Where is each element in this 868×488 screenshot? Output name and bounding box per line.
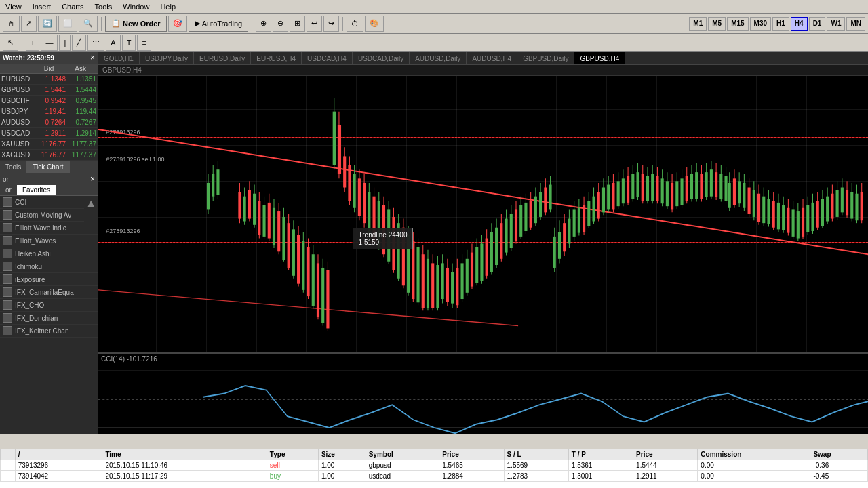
- toolbar-btn-4[interactable]: ⬜: [58, 16, 77, 32]
- watch-row[interactable]: XAGUSD1176.771177.37: [0, 150, 98, 161]
- toolbar-zoom-in[interactable]: ⊕: [256, 16, 271, 32]
- indicator-row[interactable]: CCI: [0, 196, 84, 209]
- draw-fib[interactable]: ≡: [137, 35, 151, 51]
- left-tab-tools[interactable]: Tools: [0, 161, 27, 173]
- watch-row[interactable]: USDJPY119.41119.44: [0, 106, 98, 117]
- watch-bid: 1.5441: [37, 86, 67, 94]
- table-row[interactable]: 739132962015.10.15 11:10:46sell1.00gbpus…: [1, 460, 868, 471]
- menu-window[interactable]: Window: [117, 1, 155, 12]
- tf-h1[interactable]: H1: [772, 17, 789, 30]
- trade-col-header[interactable]: Size: [318, 449, 366, 460]
- indicator-row[interactable]: Heiken Ashi: [0, 247, 98, 260]
- chart-main[interactable]: #273913296 #273913296 sell 1.00 #2739132…: [98, 76, 868, 352]
- toolbar-btn-2[interactable]: ↗: [21, 16, 37, 32]
- tf-d1[interactable]: D1: [809, 17, 826, 30]
- indicator-row[interactable]: Elliott_Waves: [0, 235, 98, 247]
- tf-h4[interactable]: H4: [791, 17, 808, 30]
- chart-tab[interactable]: AUDUSD,H4: [467, 52, 517, 65]
- chart-tab[interactable]: USDJPY,Daily: [140, 52, 194, 65]
- toolbar-btn-1[interactable]: 🖱: [3, 16, 20, 32]
- indicator-row[interactable]: IFX_CamarillaEqua: [0, 286, 98, 299]
- trade-table-body: 739132962015.10.15 11:10:46sell1.00gbpus…: [1, 460, 868, 482]
- chart-area[interactable]: GOLD,H1USDJPY,DailyEURUSD,DailyEURUSD,H4…: [98, 52, 868, 434]
- trade-col-header[interactable]: Commission: [698, 449, 810, 460]
- new-order-button[interactable]: 📋 New Order: [105, 16, 167, 32]
- watch-close-btn[interactable]: ×: [90, 53, 95, 62]
- chart-tab[interactable]: AUDUSD,Daily: [410, 52, 467, 65]
- chart-tab[interactable]: EURUSD,H4: [251, 52, 302, 65]
- trade-col-header[interactable]: Symbol: [366, 449, 439, 460]
- watch-row[interactable]: USDCAD1.29111.2914: [0, 128, 98, 139]
- toolbar-zoom-out[interactable]: ⊖: [273, 16, 288, 32]
- autotrading-button[interactable]: ▶ AutoTrading: [189, 16, 249, 32]
- trade-table-header: /TimeTypeSizeSymbolPriceS / LT / PPriceC…: [1, 449, 868, 460]
- indicator-row[interactable]: IFX_CHO: [0, 299, 98, 312]
- trade-col-header[interactable]: S / L: [504, 449, 568, 460]
- draw-crosshair[interactable]: +: [26, 35, 39, 51]
- indicator-title: or: [3, 176, 9, 183]
- table-cell: sell: [267, 460, 318, 471]
- toolbar-scroll2[interactable]: ↪: [323, 16, 339, 32]
- watch-row[interactable]: AUDUSD0.72640.7267: [0, 117, 98, 128]
- toolbar-grid[interactable]: ⊞: [290, 16, 305, 32]
- trade-col-header[interactable]: T / P: [568, 449, 633, 460]
- draw-label[interactable]: T: [122, 35, 136, 51]
- indicator-row[interactable]: iExposure: [0, 273, 98, 286]
- indicator-tab-or[interactable]: or: [0, 185, 17, 195]
- chart-tab[interactable]: GOLD,H1: [98, 52, 140, 65]
- indicator-name: IFX_CHO: [15, 302, 44, 309]
- menu-view[interactable]: View: [0, 1, 27, 12]
- tf-m5[interactable]: M5: [708, 17, 726, 30]
- chart-tab[interactable]: EURUSD,Daily: [194, 52, 251, 65]
- indicator-close-btn[interactable]: ×: [90, 174, 95, 184]
- toolbar-period[interactable]: ⏱: [347, 16, 363, 32]
- draw-text[interactable]: A: [106, 35, 120, 51]
- watch-row[interactable]: EURUSD1.13481.1351: [0, 74, 98, 85]
- toolbar-btn-5[interactable]: 🔍: [79, 16, 98, 32]
- indicator-row[interactable]: Elliott Wave indic: [0, 222, 98, 235]
- trade-col-header[interactable]: /: [15, 449, 102, 460]
- tf-m1[interactable]: M1: [689, 17, 707, 30]
- trade-col-header[interactable]: Price: [633, 449, 698, 460]
- indicator-icon: [3, 197, 12, 207]
- watch-list: EURUSD1.13481.1351GBPUSD1.54411.5444USDC…: [0, 74, 98, 161]
- watch-row[interactable]: USDCHF0.95420.9545: [0, 96, 98, 106]
- indicator-tab-favorites[interactable]: Favorites: [17, 185, 56, 195]
- indicator-row[interactable]: IFX_Donchian: [0, 312, 98, 325]
- watch-row[interactable]: XAUUSD1176.771177.37: [0, 139, 98, 150]
- indicator-row[interactable]: IFX_Keltner Chan: [0, 325, 98, 338]
- indicator-scroll-up[interactable]: ▲: [84, 196, 98, 211]
- toolbar-btn-6[interactable]: 🎯: [168, 16, 187, 32]
- trade-col-header[interactable]: Swap: [810, 449, 868, 460]
- indicator-row[interactable]: Custom Moving Av: [0, 209, 84, 222]
- menu-help[interactable]: Help: [155, 1, 181, 12]
- table-row[interactable]: 739140422015.10.15 11:17:29buy1.00usdcad…: [1, 471, 868, 482]
- draw-vline[interactable]: |: [59, 35, 71, 51]
- chart-tab[interactable]: GBPUSD,H4: [574, 52, 625, 65]
- draw-more[interactable]: ⋯: [87, 35, 104, 51]
- chart-canvas[interactable]: #273913296 #273913296 sell 1.00 #2739132…: [98, 76, 868, 434]
- draw-hline[interactable]: —: [41, 35, 58, 51]
- chart-tab[interactable]: USDCAD,H4: [302, 52, 353, 65]
- trade-col-header[interactable]: Price: [439, 449, 504, 460]
- left-tab-tick[interactable]: Tick Chart: [27, 161, 69, 173]
- tf-m30[interactable]: M30: [750, 17, 771, 30]
- toolbar-tpl[interactable]: 🎨: [365, 16, 384, 32]
- tf-w1[interactable]: W1: [827, 17, 845, 30]
- tf-mn[interactable]: MN: [846, 17, 865, 30]
- indicator-row[interactable]: Ichimoku: [0, 260, 98, 273]
- menu-insert[interactable]: Insert: [27, 1, 57, 12]
- trade-col-header[interactable]: [1, 449, 16, 460]
- chart-tab[interactable]: USDCAD,Daily: [353, 52, 410, 65]
- watch-row[interactable]: GBPUSD1.54411.5444: [0, 85, 98, 96]
- toolbar-btn-3[interactable]: 🔄: [38, 16, 57, 32]
- menu-tools[interactable]: Tools: [90, 1, 118, 12]
- tf-m15[interactable]: M15: [727, 17, 748, 30]
- toolbar-scroll[interactable]: ↩: [307, 16, 322, 32]
- chart-tab[interactable]: GBPUSD,Daily: [517, 52, 574, 65]
- draw-line[interactable]: ╱: [72, 35, 86, 51]
- draw-cursor[interactable]: ↖: [3, 35, 18, 51]
- trade-col-header[interactable]: Type: [267, 449, 318, 460]
- trade-col-header[interactable]: Time: [102, 449, 267, 460]
- menu-charts[interactable]: Charts: [56, 1, 89, 12]
